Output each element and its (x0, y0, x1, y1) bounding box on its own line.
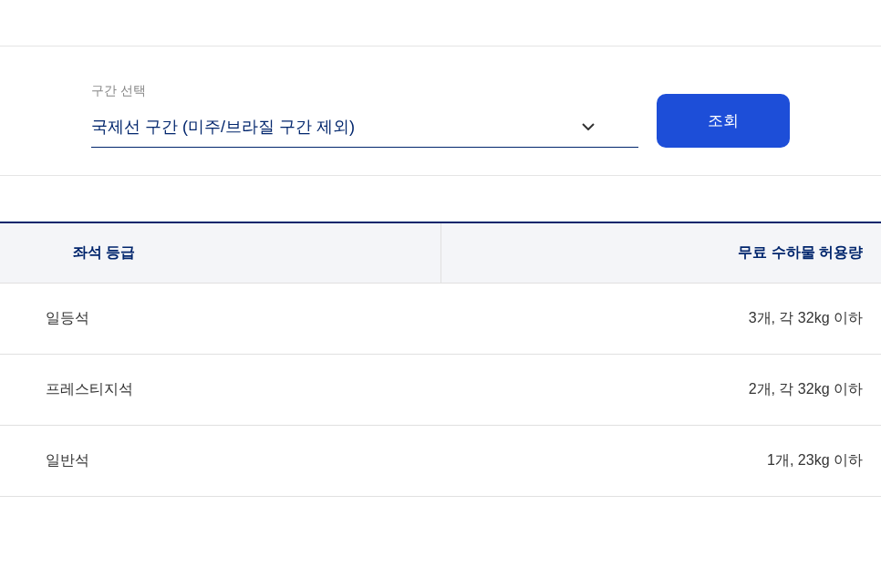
cell-seat-class: 프레스티지석 (0, 355, 440, 426)
baggage-table: 좌석 등급 무료 수하물 허용량 일등석 3개, 각 32kg 이하 프레스티지… (0, 222, 881, 497)
cell-seat-class: 일등석 (0, 284, 440, 355)
cell-allowance: 3개, 각 32kg 이하 (440, 284, 881, 355)
baggage-table-wrapper: 좌석 등급 무료 수하물 허용량 일등석 3개, 각 32kg 이하 프레스티지… (0, 222, 881, 497)
cell-allowance: 1개, 23kg 이하 (440, 426, 881, 497)
table-row: 일등석 3개, 각 32kg 이하 (0, 284, 881, 355)
chevron-down-icon (582, 120, 595, 133)
filter-section: 구간 선택 국제선 구간 (미주/브라질 구간 제외) 조회 (0, 46, 881, 176)
route-select-value: 국제선 구간 (미주/브라질 구간 제외) (91, 116, 355, 138)
route-select-label: 구간 선택 (91, 83, 638, 99)
cell-allowance: 2개, 각 32kg 이하 (440, 355, 881, 426)
search-button[interactable]: 조회 (657, 94, 790, 148)
table-row: 일반석 1개, 23kg 이하 (0, 426, 881, 497)
header-seat-class: 좌석 등급 (0, 222, 440, 284)
header-allowance: 무료 수하물 허용량 (440, 222, 881, 284)
table-row: 프레스티지석 2개, 각 32kg 이하 (0, 355, 881, 426)
route-select[interactable]: 국제선 구간 (미주/브라질 구간 제외) (91, 107, 638, 148)
route-select-wrapper: 구간 선택 국제선 구간 (미주/브라질 구간 제외) (91, 83, 638, 148)
cell-seat-class: 일반석 (0, 426, 440, 497)
table-header-row: 좌석 등급 무료 수하물 허용량 (0, 222, 881, 284)
filter-row: 구간 선택 국제선 구간 (미주/브라질 구간 제외) 조회 (91, 83, 790, 148)
